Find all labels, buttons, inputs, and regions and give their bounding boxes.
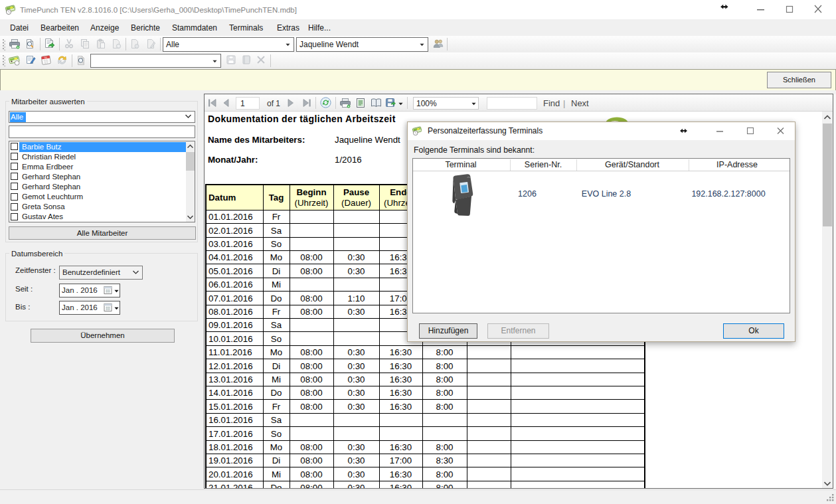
svg-text:Tag: Tag [269,193,284,203]
svg-text:12.01.2016: 12.01.2016 [209,361,253,371]
svg-text:8:00: 8:00 [436,347,454,357]
svg-text:8:00: 8:00 [436,442,454,452]
svg-text:Mo: Mo [270,347,282,357]
svg-text:08:00: 08:00 [300,402,322,412]
svg-text:8:00: 8:00 [436,375,454,384]
svg-text:0:30: 0:30 [348,442,365,452]
svg-text:0:30: 0:30 [348,347,365,357]
svg-text:So: So [271,334,282,344]
svg-text:16.01.2016: 16.01.2016 [209,415,253,425]
svg-text:Sa: Sa [271,226,282,236]
svg-text:Fr: Fr [272,307,281,317]
svg-text:08:00: 08:00 [300,307,322,317]
svg-text:20.01.2016: 20.01.2016 [209,469,253,479]
svg-text:Do: Do [271,483,282,488]
svg-text:14.01.2016: 14.01.2016 [209,388,253,398]
svg-text:16:30: 16:30 [390,361,412,371]
svg-text:0:30: 0:30 [348,266,365,276]
svg-text:0:30: 0:30 [348,456,365,465]
svg-text:8:00: 8:00 [436,483,454,488]
svg-text:08:00: 08:00 [300,252,322,262]
svg-text:0:30: 0:30 [348,375,365,384]
svg-text:08:00: 08:00 [300,294,322,303]
svg-text:08:00: 08:00 [300,442,322,452]
svg-text:Mo: Mo [270,442,282,452]
svg-text:Do: Do [271,388,282,398]
svg-text:08:00: 08:00 [300,483,322,488]
svg-text:8:00: 8:00 [436,402,454,412]
svg-text:08:00: 08:00 [300,456,322,465]
svg-text:19.01.2016: 19.01.2016 [209,456,253,465]
svg-text:Di: Di [272,361,281,371]
svg-text:16:30: 16:30 [390,347,412,357]
svg-text:15.01.2016: 15.01.2016 [209,402,253,412]
svg-text:07.01.2016: 07.01.2016 [209,294,253,303]
svg-text:8:00: 8:00 [436,388,454,398]
svg-text:8:00: 8:00 [436,361,454,371]
svg-text:08:00: 08:00 [300,388,322,398]
svg-text:11.01.2016: 11.01.2016 [209,347,252,357]
svg-text:21.01.2016: 21.01.2016 [209,483,253,488]
svg-text:Datum: Datum [209,193,236,203]
svg-text:04: 04 [44,56,48,60]
svg-text:13.01.2016: 13.01.2016 [209,375,253,384]
svg-text:02.01.2016: 02.01.2016 [209,226,253,236]
svg-text:08:00: 08:00 [300,347,322,357]
svg-text:0:30: 0:30 [348,307,365,317]
svg-text:Pause: Pause [343,187,369,197]
svg-text:1:10: 1:10 [348,294,365,303]
svg-text:8:00: 8:00 [436,469,454,479]
svg-text:0:30: 0:30 [348,361,365,371]
svg-text:10.01.2016: 10.01.2016 [209,334,253,344]
svg-text:0:30: 0:30 [348,469,365,479]
svg-text:03.01.2016: 03.01.2016 [209,239,253,249]
svg-text:05.01.2016: 05.01.2016 [209,266,253,276]
svg-text:08:00: 08:00 [300,375,322,384]
svg-text:Di: Di [272,456,281,465]
svg-text:16:30: 16:30 [390,402,412,412]
svg-text:Fr: Fr [272,402,281,412]
svg-text:Mo: Mo [270,252,282,262]
svg-text:06.01.2016: 06.01.2016 [209,280,253,290]
svg-text:17.01.2016: 17.01.2016 [209,429,253,439]
svg-text:0:30: 0:30 [348,388,365,398]
svg-text:16:30: 16:30 [390,469,412,479]
svg-text:Di: Di [272,266,281,276]
svg-text:08.01.2016: 08.01.2016 [209,307,253,317]
svg-text:04.01.2016: 04.01.2016 [209,252,253,262]
svg-text:(Dauer): (Dauer) [341,198,371,208]
svg-text:0:30: 0:30 [348,402,365,412]
svg-text:0:30: 0:30 [348,483,365,488]
svg-text:17:00: 17:00 [390,456,412,465]
svg-text:18.01.2016: 18.01.2016 [209,442,253,452]
svg-text:So: So [271,239,282,249]
svg-text:Mi: Mi [272,280,281,290]
svg-text:01.01.2016: 01.01.2016 [209,212,253,222]
svg-text:So: So [271,429,282,439]
svg-text:Mi: Mi [272,469,281,479]
svg-text:16:30: 16:30 [390,388,412,398]
svg-text:0:30: 0:30 [348,252,365,262]
svg-text:Do: Do [271,294,282,303]
svg-text:Fr: Fr [272,212,281,222]
svg-text:09.01.2016: 09.01.2016 [209,320,253,330]
svg-text:8:30: 8:30 [436,456,454,465]
svg-text:08:00: 08:00 [300,469,322,479]
svg-text:16:30: 16:30 [390,483,412,488]
svg-text:Mi: Mi [272,375,281,384]
svg-text:Sa: Sa [271,415,282,425]
svg-text:08:00: 08:00 [300,266,322,276]
svg-text:Sa: Sa [271,320,282,330]
svg-text:08:00: 08:00 [300,361,322,371]
svg-text:16:30: 16:30 [390,375,412,384]
svg-text:(Uhrzeit): (Uhrzeit) [295,198,329,208]
svg-text:Beginn: Beginn [296,187,326,197]
svg-text:16:30: 16:30 [390,442,412,452]
